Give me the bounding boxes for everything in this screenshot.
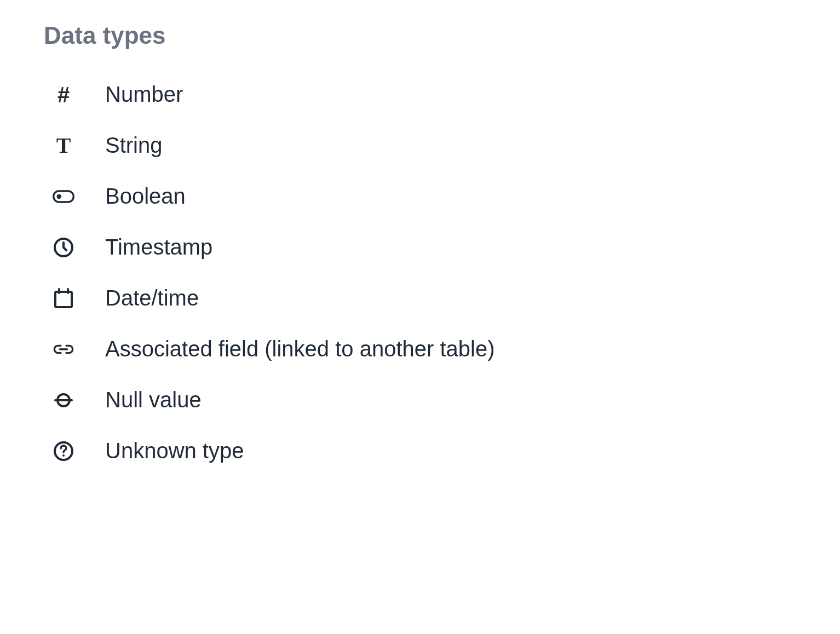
item-label: Associated field (linked to another tabl… <box>105 337 495 361</box>
svg-rect-3 <box>55 292 72 307</box>
clock-icon <box>44 237 83 258</box>
list-item: Null value <box>44 388 796 412</box>
item-label: Number <box>105 82 183 107</box>
item-label: Date/time <box>105 286 199 310</box>
item-label: Timestamp <box>105 235 212 260</box>
list-item: Date/time <box>44 286 796 310</box>
list-item: T String <box>44 133 796 158</box>
text-t-icon: T <box>44 135 83 157</box>
question-circle-icon <box>44 440 83 462</box>
link-icon <box>44 338 83 360</box>
calendar-icon <box>44 287 83 309</box>
list-item: Boolean <box>44 184 796 209</box>
hash-icon: # <box>44 84 83 106</box>
item-label: String <box>105 133 163 158</box>
list-item: Unknown type <box>44 439 796 463</box>
list-item: Associated field (linked to another tabl… <box>44 337 796 361</box>
svg-rect-0 <box>54 191 74 202</box>
item-label: Null value <box>105 388 202 412</box>
item-label: Boolean <box>105 184 186 209</box>
svg-point-1 <box>57 194 61 198</box>
list-item: Timestamp <box>44 235 796 260</box>
item-label: Unknown type <box>105 439 244 463</box>
section-heading: Data types <box>44 22 796 49</box>
svg-point-10 <box>62 454 65 457</box>
list-item: # Number <box>44 82 796 107</box>
null-icon <box>44 389 83 411</box>
toggle-icon <box>44 186 83 208</box>
